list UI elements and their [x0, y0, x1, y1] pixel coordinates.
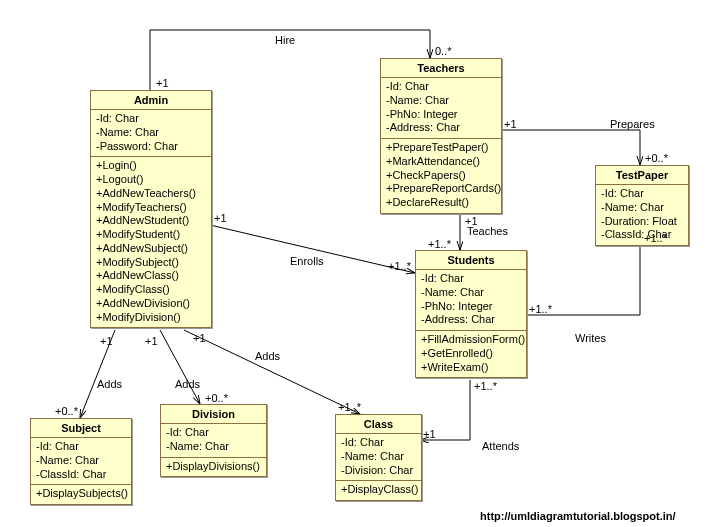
label-writes: Writes: [575, 332, 606, 344]
mult-prepares-testpaper: +0..*: [645, 152, 668, 164]
class-testpaper-title: TestPaper: [596, 166, 688, 185]
mult-enrolls-students: +1..*: [388, 260, 411, 272]
class-division-attrs: -Id: Char -Name: Char: [161, 424, 266, 458]
mult-adds-subject-admin: +1: [100, 335, 113, 347]
label-adds-division: Adds: [175, 378, 200, 390]
mult-adds-division-admin: +1: [145, 335, 158, 347]
mult-teaches-teachers: +1: [465, 215, 478, 227]
class-subject-ops: +DisplaySubjects(): [31, 485, 131, 504]
mult-attends-students: +1..*: [474, 380, 497, 392]
mult-prepares-teachers: +1: [504, 118, 517, 130]
class-students: Students -Id: Char -Name: Char -PhNo: In…: [415, 250, 527, 378]
mult-hire-teachers: 0..*: [435, 45, 452, 57]
class-class-ops: +DisplayClass(): [336, 481, 421, 500]
class-subject-attrs: -Id: Char -Name: Char -ClassId: Char: [31, 438, 131, 485]
class-class-title: Class: [336, 415, 421, 434]
class-admin-ops: +Login() +Logout() +AddNewTeachers() +Mo…: [91, 157, 211, 327]
mult-writes-students: +1..*: [529, 303, 552, 315]
class-class-attrs: -Id: Char -Name: Char -Division: Char: [336, 434, 421, 481]
class-division: Division -Id: Char -Name: Char +DisplayD…: [160, 404, 267, 477]
mult-adds-division-end: +0..*: [205, 392, 228, 404]
class-admin-attrs: -Id: Char -Name: Char -Password: Char: [91, 110, 211, 157]
class-class: Class -Id: Char -Name: Char -Division: C…: [335, 414, 422, 501]
mult-hire-admin: +1: [156, 77, 169, 89]
class-admin: Admin -Id: Char -Name: Char -Password: C…: [90, 90, 212, 328]
class-teachers-title: Teachers: [381, 59, 501, 78]
class-teachers-ops: +PrepareTestPaper() +MarkAttendance() +C…: [381, 139, 501, 213]
class-admin-title: Admin: [91, 91, 211, 110]
label-enrolls: Enrolls: [290, 255, 324, 267]
attribution-link: http://umldiagramtutorial.blogspot.in/: [480, 510, 676, 522]
mult-attends-class: +1: [423, 428, 436, 440]
label-attends: Attends: [482, 440, 519, 452]
class-teachers-attrs: -Id: Char -Name: Char -PhNo: Integer -Ad…: [381, 78, 501, 139]
mult-teaches-students: +1..*: [428, 238, 451, 250]
mult-adds-class-admin: +1: [193, 332, 206, 344]
mult-writes-testpaper: +1..*: [644, 232, 667, 244]
class-subject-title: Subject: [31, 419, 131, 438]
label-prepares: Prepares: [610, 118, 655, 130]
mult-enrolls-admin: +1: [214, 212, 227, 224]
class-students-title: Students: [416, 251, 526, 270]
class-testpaper: TestPaper -Id: Char -Name: Char -Duratio…: [595, 165, 689, 246]
label-adds-class: Adds: [255, 350, 280, 362]
class-students-ops: +FillAdmissionForm() +GetEnrolled() +Wri…: [416, 331, 526, 377]
label-adds-subject: Adds: [97, 378, 122, 390]
class-division-ops: +DisplayDivisions(): [161, 458, 266, 477]
mult-adds-subject-end: +0..*: [55, 405, 78, 417]
label-hire: Hire: [275, 34, 295, 46]
class-subject: Subject -Id: Char -Name: Char -ClassId: …: [30, 418, 132, 505]
class-division-title: Division: [161, 405, 266, 424]
class-testpaper-attrs: -Id: Char -Name: Char -Duration: Float -…: [596, 185, 688, 245]
class-teachers: Teachers -Id: Char -Name: Char -PhNo: In…: [380, 58, 502, 214]
class-students-attrs: -Id: Char -Name: Char -PhNo: Integer -Ad…: [416, 270, 526, 331]
mult-adds-class-end: +1..*: [338, 401, 361, 413]
